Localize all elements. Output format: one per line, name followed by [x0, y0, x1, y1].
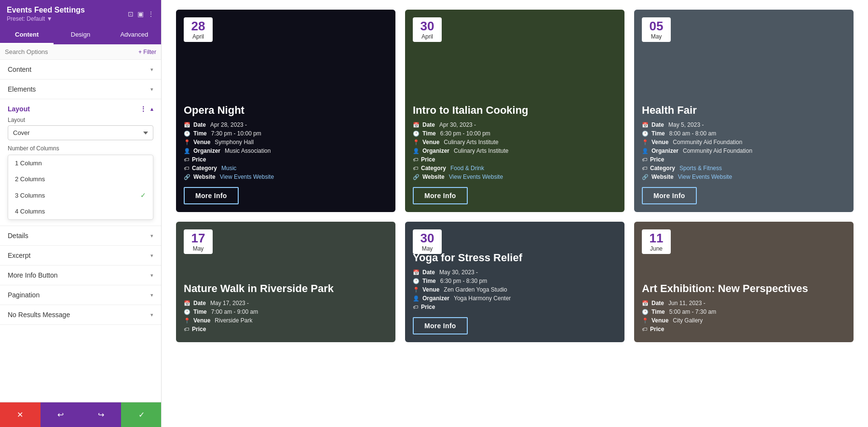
event-date-row: 📅DateMay 5, 2023 - — [642, 121, 846, 128]
more-info-button[interactable]: More Info — [413, 317, 468, 334]
price-icon: 🏷 — [413, 157, 418, 162]
location-icon: 📍 — [184, 318, 190, 324]
event-price-row: 🏷Price — [642, 326, 846, 333]
column-dropdown: 1 Column 2 Columns 3 Columns ✓ 4 Columns — [8, 155, 153, 220]
event-title: Intro to Italian Cooking — [413, 104, 617, 117]
location-icon: 📍 — [642, 139, 649, 146]
event-date-badge: 11June — [642, 229, 671, 254]
section-pagination[interactable]: Pagination ▾ — [0, 285, 161, 305]
event-card-art: 11JuneArt Exhibition: New Perspectives📅D… — [634, 222, 854, 342]
link-icon: 🔗 — [184, 174, 190, 180]
event-date-row: 📅DateApr 30, 2023 - — [413, 121, 617, 128]
event-date-row: 📅DateJun 11, 2023 - — [642, 300, 846, 307]
event-date-row: 📅DateApr 28, 2023 - — [184, 121, 388, 128]
price-icon: 🏷 — [184, 157, 189, 162]
more-info-button[interactable]: More Info — [642, 187, 697, 204]
undo-button[interactable]: ↩ — [41, 402, 81, 427]
location-icon: 📍 — [642, 318, 649, 324]
chevron-down-icon: ▾ — [150, 312, 153, 318]
chevron-down-icon: ▾ — [150, 67, 153, 73]
more-info-button[interactable]: More Info — [184, 187, 239, 204]
search-input[interactable] — [5, 48, 138, 55]
section-layout: Layout ⋮ ▴ Layout Cover Number of Column… — [0, 99, 161, 226]
resize-icon[interactable]: ⊡ — [128, 10, 134, 18]
right-content: 28AprilOpera Night📅DateApr 28, 2023 -🕐Ti… — [162, 0, 868, 427]
event-venue-row: 📍VenueZen Garden Yoga Studio — [413, 286, 617, 293]
column-option-4[interactable]: 4 Columns — [8, 203, 153, 219]
calendar-icon: 📅 — [413, 269, 420, 276]
save-button[interactable]: ✓ — [121, 402, 162, 427]
layout-section-header[interactable]: Layout ⋮ ▴ — [8, 99, 153, 117]
column-option-4-label: 4 Columns — [15, 208, 45, 215]
panel-title: Events Feed Settings — [7, 6, 85, 14]
link-icon: 🔗 — [413, 174, 420, 180]
calendar-icon: 📅 — [184, 122, 190, 128]
section-more-info-label: More Info Button — [8, 271, 58, 279]
section-no-results[interactable]: No Results Message ▾ — [0, 305, 161, 325]
redo-button[interactable]: ↪ — [81, 402, 122, 427]
section-content-label: Content — [8, 66, 31, 73]
tab-advanced[interactable]: Advanced — [108, 26, 161, 44]
event-title: Yoga for Stress Relief — [413, 252, 617, 264]
column-option-1[interactable]: 1 Column — [8, 155, 153, 171]
column-option-2[interactable]: 2 Columns — [8, 171, 153, 187]
tab-design[interactable]: Design — [54, 26, 107, 44]
section-more-info-button[interactable]: More Info Button ▾ — [0, 266, 161, 285]
clock-icon: 🕐 — [413, 278, 420, 284]
person-icon: 👤 — [642, 148, 649, 154]
event-day: 17 — [190, 231, 207, 245]
price-icon: 🏷 — [184, 326, 189, 332]
event-date-row: 📅DateMay 30, 2023 - — [413, 269, 617, 276]
layout-section-label: Layout — [8, 105, 30, 113]
price-icon: 🏷 — [642, 157, 647, 162]
category-icon: 🏷 — [642, 165, 647, 171]
section-elements[interactable]: Elements ▾ — [0, 80, 161, 99]
event-month: May — [419, 245, 436, 252]
split-icon[interactable]: ▣ — [137, 10, 144, 18]
event-card-content: Nature Walk in Riverside Park📅DateMay 17… — [176, 275, 395, 342]
section-excerpt[interactable]: Excerpt ▾ — [0, 246, 161, 266]
event-website-row: 🔗WebsiteView Events Website — [184, 173, 388, 180]
event-website-row: 🔗WebsiteView Events Website — [642, 173, 846, 180]
event-date-badge: 28April — [184, 17, 213, 42]
events-grid: 28AprilOpera Night📅DateApr 28, 2023 -🕐Ti… — [176, 10, 854, 342]
person-icon: 👤 — [413, 295, 420, 302]
chevron-down-icon: ▾ — [150, 272, 153, 279]
event-category-row: 🏷CategoryFood & Drink — [413, 165, 617, 172]
event-time-row: 🕐Time7:30 pm - 10:00 pm — [184, 130, 388, 137]
event-day: 30 — [419, 19, 436, 33]
section-details-label: Details — [8, 232, 28, 240]
event-card-nature: 17MayNature Walk in Riverside Park📅DateM… — [176, 222, 395, 342]
event-title: Nature Walk in Riverside Park — [184, 282, 388, 295]
event-organizer-row: 👤OrganizerMusic Association — [184, 147, 388, 154]
panel-preset[interactable]: Preset: Default ▼ — [7, 15, 85, 22]
event-card-content: Art Exhibition: New Perspectives📅DateJun… — [634, 275, 854, 342]
layout-dots-icon[interactable]: ⋮ — [140, 105, 147, 113]
column-option-2-label: 2 Columns — [15, 175, 45, 183]
tab-content[interactable]: Content — [0, 26, 54, 44]
num-columns-label: Number of Columns — [8, 145, 153, 152]
chevron-down-icon: ▾ — [150, 292, 153, 298]
section-content[interactable]: Content ▾ — [0, 60, 161, 80]
event-card-yoga: 30MayYoga for Stress Relief📅DateMay 30, … — [405, 222, 624, 342]
event-day: 28 — [190, 19, 207, 33]
chevron-down-icon: ▾ — [150, 233, 153, 239]
more-icon[interactable]: ⋮ — [148, 10, 154, 18]
event-venue-row: 📍VenueSymphony Hall — [184, 139, 388, 146]
filter-button[interactable]: + Filter — [138, 49, 156, 55]
layout-select[interactable]: Cover — [8, 125, 153, 140]
event-venue-row: 📍VenueCulinary Arts Institute — [413, 139, 617, 146]
more-info-button[interactable]: More Info — [413, 187, 468, 204]
cancel-button[interactable]: ✕ — [0, 402, 41, 427]
event-time-row: 🕐Time6:30 pm - 8:30 pm — [413, 278, 617, 284]
section-pagination-label: Pagination — [8, 291, 40, 299]
event-day: 05 — [648, 19, 665, 33]
event-time-row: 🕐Time5:00 am - 7:30 am — [642, 308, 846, 315]
event-time-row: 🕐Time7:00 am - 9:00 am — [184, 308, 388, 315]
event-title: Health Fair — [642, 104, 846, 117]
clock-icon: 🕐 — [184, 131, 190, 137]
event-website-row: 🔗WebsiteView Events Website — [413, 173, 617, 180]
calendar-icon: 📅 — [184, 300, 190, 307]
column-option-3[interactable]: 3 Columns ✓ — [8, 187, 153, 203]
section-details[interactable]: Details ▾ — [0, 226, 161, 246]
